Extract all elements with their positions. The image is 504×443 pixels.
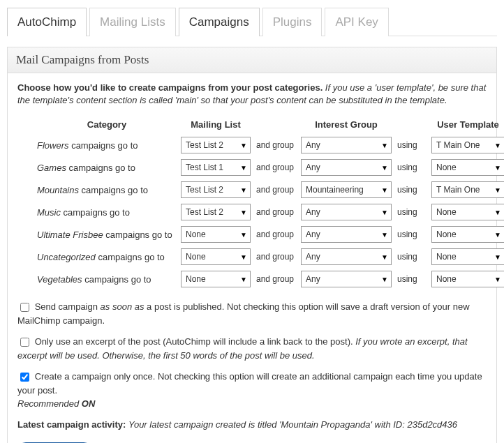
user-template-select-value: None — [436, 274, 457, 284]
connector-and-group: and group — [255, 252, 297, 262]
chevron-down-icon: ▼ — [240, 186, 247, 194]
chevron-down-icon: ▼ — [381, 253, 388, 261]
option-once: Create a campaign only once. Not checkin… — [17, 370, 487, 411]
interest-group-select[interactable]: Mountaineering▼ — [301, 181, 392, 198]
panel-intro: Choose how you'd like to create campaign… — [17, 82, 487, 107]
user-template-select[interactable]: None▼ — [431, 204, 504, 220]
interest-group-select-value: Any — [306, 230, 320, 239]
option-excerpt: Only use an excerpt of the post (AutoChi… — [17, 335, 487, 363]
option-excerpt-pre: Only use an excerpt of the post (AutoChi… — [35, 336, 356, 347]
tab-bar: AutoChimp Mailing Lists Campaigns Plugin… — [7, 7, 497, 36]
interest-group-select[interactable]: Any▼ — [301, 159, 392, 176]
tab-plugins[interactable]: Plugins — [262, 8, 323, 36]
interest-group-select[interactable]: Any▼ — [301, 226, 392, 243]
user-template-select[interactable]: None▼ — [431, 271, 504, 287]
connector-using: using — [396, 163, 427, 172]
category-mapping-table: Category Mailing List Interest Group Use… — [17, 115, 487, 290]
option-once-rec-label: Recommended — [17, 398, 82, 409]
chevron-down-icon: ▼ — [381, 142, 388, 149]
table-row: Vegetables campaigns go toNone▼and group… — [37, 268, 487, 290]
category-name: Flowers — [37, 140, 69, 151]
checkbox-once[interactable] — [20, 373, 29, 382]
tab-campaigns[interactable]: Campaigns — [179, 8, 260, 36]
category-label: Mountains campaigns go to — [37, 185, 177, 195]
category-name: Mountains — [37, 185, 79, 195]
latest-activity-label: Latest campaign activity: — [17, 419, 128, 430]
checkbox-excerpt[interactable] — [20, 338, 29, 347]
category-name: Music — [37, 207, 61, 218]
panel-title: Mail Campaigns from Posts — [8, 47, 496, 73]
chevron-down-icon: ▼ — [494, 186, 501, 194]
chevron-down-icon: ▼ — [240, 231, 247, 239]
chevron-down-icon: ▼ — [494, 276, 501, 283]
mailing-list-select[interactable]: None▼ — [181, 271, 251, 287]
category-name: Games — [37, 163, 66, 173]
mailing-list-select[interactable]: Test List 2▼ — [181, 204, 251, 220]
interest-group-select[interactable]: Any▼ — [301, 271, 392, 287]
latest-activity-value: Your latest campaign created is titled '… — [128, 419, 457, 430]
chevron-down-icon: ▼ — [494, 142, 501, 149]
interest-group-select[interactable]: Any▼ — [301, 204, 392, 220]
interest-group-select-value: Mountaineering — [306, 185, 364, 195]
user-template-select[interactable]: T Main One▼ — [431, 181, 504, 198]
category-name: Vegetables — [37, 274, 82, 285]
connector-and-group: and group — [255, 185, 297, 195]
mailing-list-select-value: Test List 2 — [186, 140, 223, 150]
tab-autochimp[interactable]: AutoChimp — [7, 8, 87, 36]
category-suffix: campaigns go to — [69, 140, 138, 151]
user-template-select[interactable]: None▼ — [431, 248, 504, 265]
connector-and-group: and group — [255, 230, 297, 239]
option-send-asap: Send campaign as soon as a post is publi… — [17, 300, 487, 328]
user-template-select-value: None — [436, 163, 457, 172]
interest-group-select-value: Any — [306, 140, 320, 150]
option-send-asap-pre: Send campaign — [35, 301, 101, 312]
table-row: Flowers campaigns go toTest List 2▼and g… — [37, 134, 487, 156]
mailing-list-select-value: None — [186, 230, 206, 239]
mailing-list-select[interactable]: Test List 2▼ — [181, 137, 251, 153]
mailing-list-select[interactable]: Test List 1▼ — [181, 159, 251, 176]
table-row: Ultimate Frisbee campaigns go toNone▼and… — [37, 223, 487, 246]
mailing-list-select[interactable]: None▼ — [181, 248, 251, 265]
interest-group-select[interactable]: Any▼ — [301, 137, 392, 153]
chevron-down-icon: ▼ — [240, 209, 247, 216]
chevron-down-icon: ▼ — [240, 142, 247, 149]
category-suffix: campaigns go to — [82, 274, 151, 285]
category-suffix: campaigns go to — [61, 207, 130, 218]
connector-using: using — [396, 140, 427, 150]
user-template-select[interactable]: None▼ — [431, 159, 504, 176]
option-send-asap-em: as soon as — [101, 301, 144, 312]
connector-and-group: and group — [255, 163, 297, 172]
user-template-select-value: None — [436, 252, 457, 262]
tab-mailing-lists[interactable]: Mailing Lists — [89, 8, 176, 36]
header-category: Category — [37, 119, 177, 130]
connector-and-group: and group — [255, 140, 297, 150]
connector-and-group: and group — [255, 274, 297, 284]
latest-activity: Latest campaign activity: Your latest ca… — [17, 419, 487, 430]
user-template-select[interactable]: T Main One▼ — [431, 137, 504, 153]
user-template-select-value: T Main One — [436, 185, 480, 195]
interest-group-select-value: Any — [306, 252, 320, 262]
category-label: Ultimate Frisbee campaigns go to — [37, 230, 177, 240]
category-suffix: campaigns go to — [103, 230, 172, 240]
chevron-down-icon: ▼ — [494, 164, 501, 172]
connector-using: using — [396, 252, 427, 262]
interest-group-select[interactable]: Any▼ — [301, 248, 392, 265]
chevron-down-icon: ▼ — [494, 253, 501, 261]
chevron-down-icon: ▼ — [494, 209, 501, 216]
option-once-pre: Create a campaign only once. Not checkin… — [17, 371, 482, 396]
mailing-list-select[interactable]: None▼ — [181, 226, 251, 243]
tab-api-key[interactable]: API Key — [325, 8, 388, 36]
chevron-down-icon: ▼ — [381, 209, 388, 216]
chevron-down-icon: ▼ — [381, 186, 388, 194]
table-row: Music campaigns go toTest List 2▼and gro… — [37, 201, 487, 223]
mailing-list-select[interactable]: Test List 2▼ — [181, 181, 251, 198]
checkbox-send-asap[interactable] — [20, 303, 29, 312]
user-template-select[interactable]: None▼ — [431, 226, 504, 243]
chevron-down-icon: ▼ — [240, 276, 247, 283]
category-suffix: campaigns go to — [66, 163, 135, 173]
chevron-down-icon: ▼ — [494, 231, 501, 239]
option-once-rec-value: ON — [82, 398, 96, 409]
user-template-select-value: None — [436, 230, 457, 239]
header-user-template: User Template — [431, 119, 504, 130]
user-template-select-value: T Main One — [436, 140, 480, 150]
